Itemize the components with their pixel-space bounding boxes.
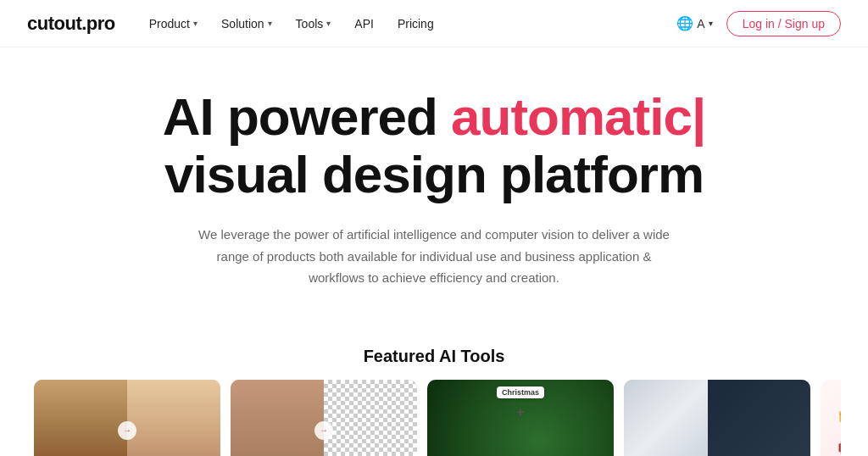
arrow-icon: → bbox=[118, 421, 136, 440]
navbar: cutout.pro Product ▾ Solution ▾ Tools ▾ … bbox=[0, 0, 868, 47]
language-label: A bbox=[697, 17, 704, 31]
hero-title-highlight: automatic| bbox=[451, 87, 705, 146]
tool-card-bg-remove[interactable]: → bbox=[231, 380, 417, 456]
chevron-down-icon: ▾ bbox=[268, 19, 272, 28]
hero-title: AI powered automatic| visual design plat… bbox=[27, 88, 841, 203]
tools-row: → → Christmas + bbox=[27, 380, 841, 456]
nav-item-product[interactable]: Product ▾ bbox=[149, 17, 198, 31]
nav-solution-label: Solution bbox=[221, 17, 264, 31]
featured-title: Featured AI Tools bbox=[27, 347, 841, 366]
chevron-down-icon: ▾ bbox=[709, 19, 713, 28]
chevron-down-icon: ▾ bbox=[193, 19, 198, 28]
language-selector[interactable]: 🌐 A ▾ bbox=[676, 15, 712, 31]
tool-card-christmas[interactable]: Christmas + bbox=[427, 380, 614, 456]
hero-subtitle: We leverage the power of artificial inte… bbox=[188, 224, 680, 289]
tool-card-portrait[interactable]: → bbox=[34, 380, 220, 456]
nav-links: Product ▾ Solution ▾ Tools ▾ API Pricing bbox=[149, 17, 677, 31]
nav-item-api[interactable]: API bbox=[354, 17, 374, 31]
nav-item-tools[interactable]: Tools ▾ bbox=[296, 17, 331, 31]
arrow-icon: → bbox=[314, 421, 333, 440]
nav-item-solution[interactable]: Solution ▾ bbox=[221, 17, 272, 31]
nav-product-label: Product bbox=[149, 17, 190, 31]
chevron-down-icon: ▾ bbox=[326, 19, 331, 28]
nav-pricing-label: Pricing bbox=[398, 17, 434, 31]
nav-item-pricing[interactable]: Pricing bbox=[398, 17, 434, 31]
language-icon: 🌐 bbox=[676, 15, 693, 31]
hero-title-part2: visual design platform bbox=[164, 145, 704, 203]
gift-icon: 🎁 bbox=[837, 406, 842, 426]
login-button[interactable]: Log in / Sign up bbox=[726, 11, 841, 36]
nav-right: 🌐 A ▾ Log in / Sign up bbox=[676, 11, 841, 36]
christmas-badge: Christmas bbox=[497, 386, 544, 398]
nav-tools-label: Tools bbox=[296, 17, 324, 31]
tool-card-room-design[interactable]: → bbox=[624, 380, 810, 456]
plus-icon: + bbox=[517, 405, 524, 419]
robot-icon: 🤖 bbox=[837, 435, 842, 455]
nav-api-label: API bbox=[354, 17, 374, 31]
tool-card-more[interactable]: 🎁 🤖 bbox=[821, 380, 841, 456]
logo[interactable]: cutout.pro bbox=[27, 13, 115, 35]
hero-section: AI powered automatic| visual design plat… bbox=[0, 47, 868, 347]
hero-title-part1: AI powered bbox=[163, 87, 451, 146]
featured-section: Featured AI Tools → → bbox=[0, 347, 868, 456]
